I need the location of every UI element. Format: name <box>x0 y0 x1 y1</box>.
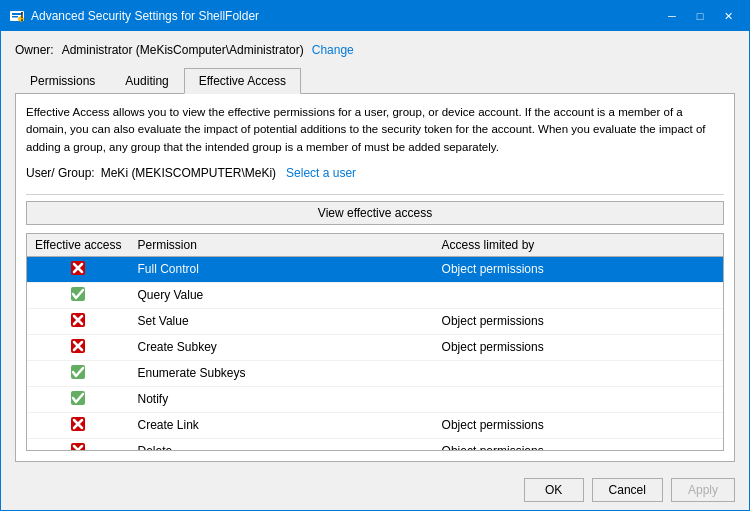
row-access-limited <box>434 282 723 308</box>
row-access-limited: Object permissions <box>434 412 723 438</box>
allow-icon <box>70 390 86 406</box>
table-row[interactable]: Full ControlObject permissions <box>27 256 723 282</box>
owner-change-link[interactable]: Change <box>312 43 354 57</box>
row-permission: Enumerate Subkeys <box>129 360 433 386</box>
row-permission: Query Value <box>129 282 433 308</box>
tab-content-effective-access: Effective Access allows you to view the … <box>15 94 735 462</box>
deny-icon <box>70 312 86 328</box>
col-permission: Permission <box>129 234 433 257</box>
owner-row: Owner: Administrator (MeKisComputer\Admi… <box>15 43 735 57</box>
row-access-limited <box>434 360 723 386</box>
main-content: Owner: Administrator (MeKisComputer\Admi… <box>1 31 749 470</box>
main-window: ! Advanced Security Settings for ShellFo… <box>0 0 750 511</box>
table-row[interactable]: Create LinkObject permissions <box>27 412 723 438</box>
user-group-label: User/ Group: <box>26 166 95 180</box>
select-user-link[interactable]: Select a user <box>286 166 356 180</box>
ok-button[interactable]: OK <box>524 478 584 502</box>
maximize-button[interactable]: □ <box>687 6 713 26</box>
row-permission: Notify <box>129 386 433 412</box>
user-group-value: MeKi (MEKISCOMPUTER\MeKi) <box>101 166 276 180</box>
deny-icon <box>70 416 86 432</box>
row-icon-cell <box>27 308 129 334</box>
row-access-limited: Object permissions <box>434 256 723 282</box>
window-icon: ! <box>9 8 25 24</box>
deny-icon <box>70 338 86 354</box>
col-access-limited: Access limited by <box>434 234 723 257</box>
apply-button[interactable]: Apply <box>671 478 735 502</box>
table-row[interactable]: Enumerate Subkeys <box>27 360 723 386</box>
row-icon-cell <box>27 438 129 451</box>
svg-rect-2 <box>12 16 18 18</box>
row-icon-cell <box>27 412 129 438</box>
close-button[interactable]: ✕ <box>715 6 741 26</box>
row-permission: Delete <box>129 438 433 451</box>
owner-value: Administrator (MeKisComputer\Administrat… <box>62 43 304 57</box>
table-row[interactable]: Query Value <box>27 282 723 308</box>
description-text: Effective Access allows you to view the … <box>26 104 724 156</box>
row-icon-cell <box>27 282 129 308</box>
effective-access-table: Effective access Permission Access limit… <box>27 234 723 451</box>
row-permission: Full Control <box>129 256 433 282</box>
deny-icon <box>70 260 86 276</box>
effective-access-table-container[interactable]: Effective access Permission Access limit… <box>26 233 724 451</box>
row-icon-cell <box>27 360 129 386</box>
row-permission: Create Subkey <box>129 334 433 360</box>
cancel-button[interactable]: Cancel <box>592 478 663 502</box>
tab-effective-access[interactable]: Effective Access <box>184 68 301 94</box>
minimize-button[interactable]: ─ <box>659 6 685 26</box>
row-access-limited: Object permissions <box>434 308 723 334</box>
window-title: Advanced Security Settings for ShellFold… <box>31 9 659 23</box>
table-row[interactable]: Set ValueObject permissions <box>27 308 723 334</box>
allow-icon <box>70 364 86 380</box>
table-row[interactable]: Notify <box>27 386 723 412</box>
table-header-row: Effective access Permission Access limit… <box>27 234 723 257</box>
window-controls: ─ □ ✕ <box>659 6 741 26</box>
col-effective-access: Effective access <box>27 234 129 257</box>
row-icon-cell <box>27 386 129 412</box>
user-group-row: User/ Group: MeKi (MEKISCOMPUTER\MeKi) S… <box>26 166 724 180</box>
row-permission: Set Value <box>129 308 433 334</box>
tab-auditing[interactable]: Auditing <box>110 68 183 94</box>
row-icon-cell <box>27 256 129 282</box>
row-permission: Create Link <box>129 412 433 438</box>
svg-text:!: ! <box>20 10 24 24</box>
row-access-limited: Object permissions <box>434 438 723 451</box>
allow-icon <box>70 286 86 302</box>
owner-label: Owner: <box>15 43 54 57</box>
tab-permissions[interactable]: Permissions <box>15 68 110 94</box>
row-access-limited <box>434 386 723 412</box>
tabs-bar: Permissions Auditing Effective Access <box>15 67 735 94</box>
row-icon-cell <box>27 334 129 360</box>
footer: OK Cancel Apply <box>1 470 749 510</box>
table-row[interactable]: Create SubkeyObject permissions <box>27 334 723 360</box>
view-effective-access-button[interactable]: View effective access <box>26 201 724 225</box>
divider <box>26 194 724 195</box>
deny-icon <box>70 442 86 451</box>
row-access-limited: Object permissions <box>434 334 723 360</box>
table-row[interactable]: DeleteObject permissions <box>27 438 723 451</box>
title-bar: ! Advanced Security Settings for ShellFo… <box>1 1 749 31</box>
